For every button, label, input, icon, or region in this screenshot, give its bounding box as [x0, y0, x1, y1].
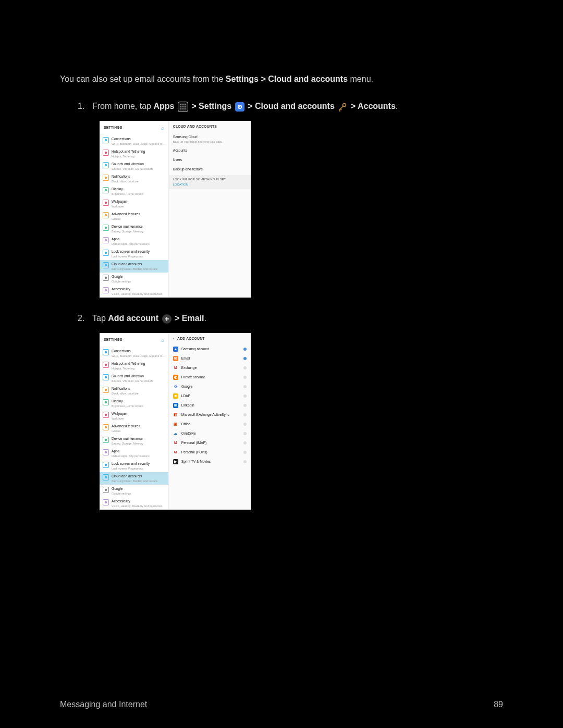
account-type-row[interactable]: ☁OneDrive: [169, 429, 251, 438]
cloud-item[interactable]: Users: [169, 155, 251, 165]
settings-item-icon: [103, 362, 109, 368]
account-type-indicator: [243, 376, 247, 379]
account-type-row[interactable]: ◐Firefox account: [169, 373, 251, 382]
settings-item-sub: Wallpaper: [112, 416, 165, 421]
settings-item[interactable]: ConnectionsWi-Fi, Bluetooth, Data usage,…: [100, 135, 168, 147]
settings-item-title: Lock screen and security: [112, 461, 165, 466]
account-type-row[interactable]: ▶Sprint TV & Movies: [169, 457, 251, 466]
settings-item-title: Advanced features: [112, 212, 165, 217]
settings-item[interactable]: AppsDefault apps, App permissions: [100, 235, 168, 248]
account-type-label: Samsung account: [181, 347, 240, 352]
settings-item[interactable]: WallpaperWallpaper: [100, 410, 168, 422]
account-type-row[interactable]: ●Samsung account: [169, 344, 251, 354]
settings-item[interactable]: Sounds and vibrationSounds, Vibration, D…: [100, 372, 168, 385]
account-type-indicator: [243, 357, 247, 360]
settings-item-icon: [103, 424, 109, 430]
account-type-label: Google: [181, 384, 240, 389]
svg-point-17: [105, 202, 107, 204]
settings-item[interactable]: DisplayBrightness, Home screen: [100, 185, 168, 198]
cloud-item[interactable]: Backup and restore: [169, 165, 251, 174]
account-type-row[interactable]: ■LDAP: [169, 391, 251, 401]
settings-item[interactable]: Device maintenanceBattery, Storage, Memo…: [100, 435, 168, 447]
settings-item[interactable]: AccessibilityVision, Hearing, Dexterity …: [100, 285, 168, 298]
svg-point-29: [105, 401, 107, 403]
back-icon[interactable]: ‹: [173, 337, 174, 340]
settings-item[interactable]: Hotspot and TetheringHotspot, Tethering: [100, 360, 168, 372]
account-type-label: Personal (IMAP): [181, 440, 240, 446]
settings-item[interactable]: Advanced featuresGames: [100, 422, 168, 435]
account-type-indicator: [243, 348, 247, 351]
settings-header-label: SETTINGS: [104, 125, 123, 130]
settings-item-sub: Brightness, Home screen: [112, 192, 165, 196]
plus-icon: [162, 314, 172, 324]
page-footer: Messaging and Internet 89: [0, 680, 563, 728]
settings-panel: SETTINGS ⌕ ConnectionsWi-Fi, Bluetooth, …: [100, 121, 168, 298]
intro-text: You can also set up email accounts from …: [60, 73, 506, 85]
settings-item-title: Accessibility: [112, 287, 165, 292]
account-type-row[interactable]: GGoogle: [169, 382, 251, 391]
account-type-row[interactable]: MExchange: [169, 363, 251, 373]
settings-item[interactable]: Lock screen and securityLock screen, Fin…: [100, 248, 168, 260]
search-icon[interactable]: ⌕: [161, 124, 164, 132]
settings-item-icon: [103, 212, 109, 218]
settings-item-icon: [103, 187, 109, 193]
account-type-row[interactable]: ✉Email: [169, 354, 251, 363]
account-type-row[interactable]: inLinkedIn: [169, 401, 251, 410]
footer-section: Messaging and Internet: [60, 700, 147, 709]
settings-item[interactable]: Advanced featuresGames: [100, 210, 168, 223]
settings-item-sub: Google settings: [112, 279, 165, 283]
intro-bold: Settings > Cloud and accounts: [226, 75, 348, 83]
settings-item-sub: Battery, Storage, Memory: [112, 229, 165, 233]
settings-item[interactable]: GoogleGoogle settings: [100, 273, 168, 285]
screenshot-add-account: SETTINGS ⌕ ConnectionsWi-Fi, Bluetooth, …: [100, 333, 251, 510]
settings-item[interactable]: Cloud and accountsSamsung Cloud, Backup …: [100, 260, 168, 273]
cloud-item[interactable]: Samsung CloudBack up your tablet and syn…: [169, 132, 251, 146]
settings-item[interactable]: WallpaperWallpaper: [100, 198, 168, 210]
account-type-row[interactable]: MPersonal (IMAP): [169, 438, 251, 448]
settings-item[interactable]: AccessibilityVision, Hearing, Dexterity …: [100, 497, 168, 510]
box-location[interactable]: LOCATION: [173, 182, 247, 187]
settings-item-icon: [103, 387, 109, 393]
account-type-label: LDAP: [181, 393, 240, 399]
settings-item[interactable]: Sounds and vibrationSounds, Vibration, D…: [100, 160, 168, 172]
settings-header: SETTINGS ⌕: [100, 121, 168, 135]
settings-item[interactable]: NotificationsBlock, allow, prioritize: [100, 385, 168, 397]
settings-item[interactable]: Device maintenanceBattery, Storage, Memo…: [100, 223, 168, 235]
settings-item-icon: [103, 237, 109, 243]
settings-item[interactable]: GoogleGoogle settings: [100, 485, 168, 497]
settings-item-icon: [103, 262, 109, 268]
svg-point-34: [105, 464, 107, 466]
account-type-icon: ✉: [173, 356, 178, 361]
settings-item[interactable]: NotificationsBlock, allow, prioritize: [100, 172, 168, 185]
s2-add: Add account: [108, 314, 158, 323]
s2-b: >: [175, 314, 182, 323]
settings-item-title: Display: [112, 187, 165, 192]
settings-item[interactable]: Cloud and accountsSamsung Cloud, Backup …: [100, 472, 168, 485]
s1-e: .: [396, 102, 398, 110]
cloud-item-title: Samsung Cloud: [173, 134, 247, 140]
search-icon-2[interactable]: ⌕: [161, 336, 164, 344]
settings-item-icon: [103, 175, 109, 181]
settings-item-icon: [103, 162, 109, 168]
settings-item[interactable]: Hotspot and TetheringHotspot, Tethering: [100, 147, 168, 160]
account-type-row[interactable]: ▣Office: [169, 419, 251, 429]
account-type-label: LinkedIn: [181, 403, 240, 408]
settings-item[interactable]: Lock screen and securityLock screen, Fin…: [100, 460, 168, 472]
account-type-row[interactable]: MPersonal (POP3): [169, 448, 251, 457]
cloud-item[interactable]: Accounts: [169, 146, 251, 155]
account-type-row[interactable]: ◧Microsoft Exchange ActiveSync: [169, 410, 251, 419]
account-type-indicator: [243, 451, 247, 454]
settings-item[interactable]: DisplayBrightness, Home screen: [100, 397, 168, 410]
svg-point-2: [185, 104, 186, 105]
svg-point-31: [105, 426, 107, 428]
s1-accounts: Accounts: [358, 102, 396, 110]
account-type-label: Microsoft Exchange ActiveSync: [181, 412, 240, 417]
settings-item-icon: [103, 474, 109, 480]
step-1-number: 1.: [78, 100, 92, 113]
svg-point-10: [239, 106, 240, 107]
cloud-items: Samsung CloudBack up your tablet and syn…: [169, 132, 251, 174]
settings-item-icon: [103, 225, 109, 231]
settings-item[interactable]: AppsDefault apps, App permissions: [100, 447, 168, 460]
settings-item[interactable]: ConnectionsWi-Fi, Bluetooth, Data usage,…: [100, 347, 168, 360]
settings-item-sub: Block, allow, prioritize: [112, 179, 165, 183]
